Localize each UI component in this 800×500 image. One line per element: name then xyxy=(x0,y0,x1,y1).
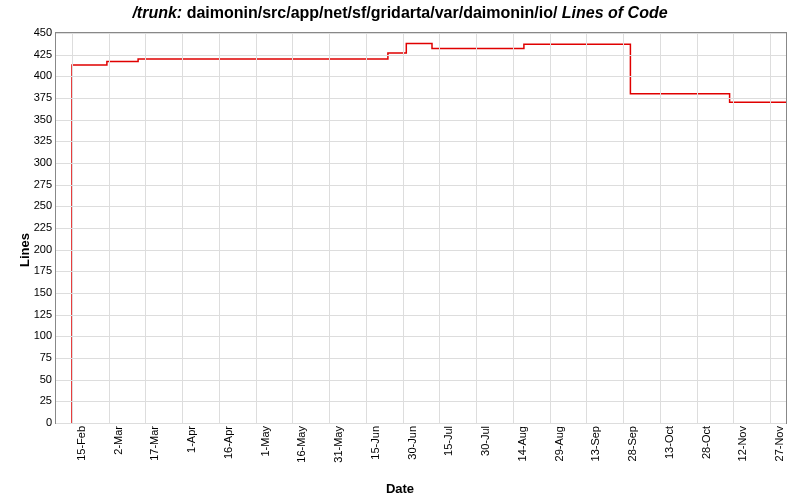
y-tick-label: 275 xyxy=(8,178,52,190)
x-tick-label: 16-Apr xyxy=(222,426,234,459)
x-tick-label: 28-Oct xyxy=(700,426,712,459)
x-tick-label: 2-Mar xyxy=(112,426,124,455)
title-prefix: /trunk: xyxy=(132,4,186,21)
gridline-h xyxy=(56,55,786,56)
y-tick-label: 350 xyxy=(8,113,52,125)
y-tick-label: 400 xyxy=(8,69,52,81)
gridline-v xyxy=(366,33,367,423)
x-tick-label: 15-Jul xyxy=(442,426,454,456)
gridline-h xyxy=(56,141,786,142)
loc-chart: /trunk: daimonin/src/app/net/sf/gridarta… xyxy=(0,0,800,500)
y-tick-label: 325 xyxy=(8,134,52,146)
gridline-v xyxy=(623,33,624,423)
x-tick-label: 16-May xyxy=(295,426,307,463)
x-tick-label: 1-Apr xyxy=(185,426,197,453)
gridline-v xyxy=(660,33,661,423)
gridline-h xyxy=(56,228,786,229)
gridline-v xyxy=(72,33,73,423)
x-tick-label: 15-Jun xyxy=(369,426,381,460)
gridline-h xyxy=(56,271,786,272)
gridline-h xyxy=(56,185,786,186)
gridline-v xyxy=(439,33,440,423)
x-tick-label: 13-Sep xyxy=(589,426,601,461)
gridline-h xyxy=(56,163,786,164)
title-path: daimonin/src/app/net/sf/gridarta/var/dai… xyxy=(187,4,558,21)
y-tick-label: 375 xyxy=(8,91,52,103)
chart-title: /trunk: daimonin/src/app/net/sf/gridarta… xyxy=(0,4,800,22)
gridline-v xyxy=(329,33,330,423)
x-tick-label: 31-May xyxy=(332,426,344,463)
gridline-h xyxy=(56,98,786,99)
y-tick-label: 125 xyxy=(8,308,52,320)
gridline-h xyxy=(56,336,786,337)
gridline-v xyxy=(697,33,698,423)
gridline-v xyxy=(256,33,257,423)
x-tick-label: 12-Nov xyxy=(736,426,748,461)
gridline-v xyxy=(476,33,477,423)
y-tick-label: 150 xyxy=(8,286,52,298)
plot-area xyxy=(55,32,787,424)
gridline-v xyxy=(586,33,587,423)
y-tick-label: 100 xyxy=(8,329,52,341)
gridline-h xyxy=(56,206,786,207)
y-tick-label: 250 xyxy=(8,199,52,211)
gridline-h xyxy=(56,401,786,402)
gridline-h xyxy=(56,33,786,34)
gridline-v xyxy=(513,33,514,423)
x-tick-label: 29-Aug xyxy=(553,426,565,461)
x-tick-label: 1-May xyxy=(259,426,271,457)
gridline-h xyxy=(56,250,786,251)
gridline-h xyxy=(56,380,786,381)
y-tick-label: 0 xyxy=(8,416,52,428)
y-tick-label: 75 xyxy=(8,351,52,363)
y-tick-label: 50 xyxy=(8,373,52,385)
series-line xyxy=(72,43,786,423)
gridline-v xyxy=(292,33,293,423)
x-tick-label: 15-Feb xyxy=(75,426,87,461)
x-tick-label: 30-Jun xyxy=(406,426,418,460)
x-tick-label: 27-Nov xyxy=(773,426,785,461)
x-tick-label: 17-Mar xyxy=(148,426,160,461)
y-tick-label: 200 xyxy=(8,243,52,255)
gridline-v xyxy=(550,33,551,423)
gridline-v xyxy=(219,33,220,423)
gridline-v xyxy=(770,33,771,423)
y-tick-label: 175 xyxy=(8,264,52,276)
x-tick-label: 13-Oct xyxy=(663,426,675,459)
y-tick-label: 225 xyxy=(8,221,52,233)
gridline-v xyxy=(109,33,110,423)
y-tick-label: 425 xyxy=(8,48,52,60)
gridline-v xyxy=(145,33,146,423)
x-tick-label: 28-Sep xyxy=(626,426,638,461)
y-tick-label: 300 xyxy=(8,156,52,168)
gridline-h xyxy=(56,293,786,294)
y-tick-label: 450 xyxy=(8,26,52,38)
gridline-v xyxy=(403,33,404,423)
gridline-h xyxy=(56,315,786,316)
gridline-v xyxy=(733,33,734,423)
title-suffix: Lines of Code xyxy=(557,4,667,21)
gridline-h xyxy=(56,423,786,424)
gridline-h xyxy=(56,120,786,121)
gridline-v xyxy=(182,33,183,423)
y-tick-label: 25 xyxy=(8,394,52,406)
gridline-h xyxy=(56,76,786,77)
gridline-h xyxy=(56,358,786,359)
x-tick-label: 30-Jul xyxy=(479,426,491,456)
x-tick-label: 14-Aug xyxy=(516,426,528,461)
x-axis-label: Date xyxy=(0,481,800,496)
